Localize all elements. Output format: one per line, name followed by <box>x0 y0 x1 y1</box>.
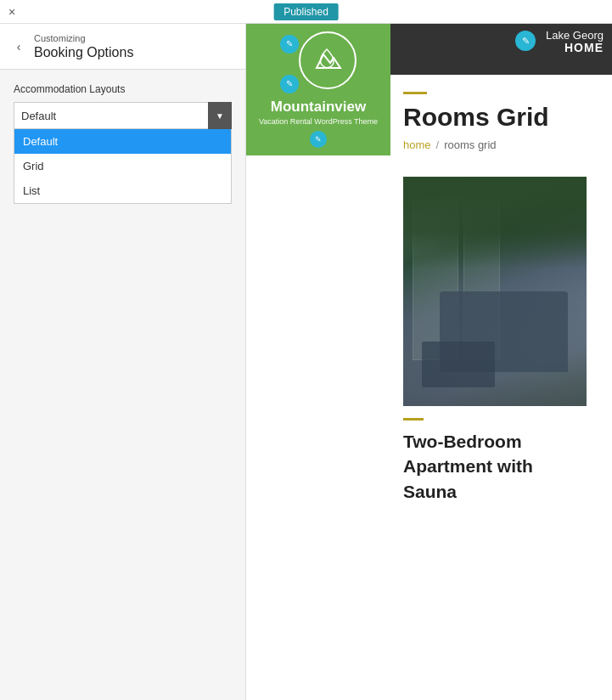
logo-edit-icon-3[interactable]: ✎ <box>310 131 327 148</box>
dropdown-option-list[interactable]: List <box>14 178 231 203</box>
accommodation-layouts-label: Accommodation Layouts <box>14 83 232 95</box>
room-title: Two-Bedroom Apartment with Sauna <box>403 429 587 504</box>
page-title: Rooms Grid <box>403 103 587 132</box>
dropdown-option-default[interactable]: Default <box>14 129 231 154</box>
top-bar-left: × <box>0 0 24 24</box>
back-icon: ‹ <box>17 40 21 54</box>
logo-edit-area: ✎ <box>310 131 327 148</box>
room-card-info: Two-Bedroom Apartment with Sauna <box>403 418 587 504</box>
logo-name: Mountainview <box>271 99 366 116</box>
layout-select[interactable]: Default <box>14 102 232 129</box>
main-layout: ‹ Customizing Booking Options Accommodat… <box>0 24 612 700</box>
panel-header: ‹ Customizing Booking Options <box>0 24 245 70</box>
room-title-decoration <box>403 418 424 421</box>
logo-edit-icon-1[interactable]: ✎ <box>280 35 299 54</box>
lake-text: Lake Georg <box>546 29 604 42</box>
coffee-table <box>422 342 495 387</box>
close-icon: × <box>8 5 15 19</box>
logo-circle <box>299 31 357 89</box>
nav-home[interactable]: HOME <box>564 41 604 54</box>
section-title: Booking Options <box>34 45 232 60</box>
select-value: Default <box>21 110 56 122</box>
back-button[interactable]: ‹ <box>10 38 27 55</box>
nav-edit-icon[interactable]: ✎ <box>515 31 536 51</box>
forest-bg <box>403 177 587 268</box>
top-bar: × Published <box>0 0 612 24</box>
logo-box: ✎ ✎ Mountainview Vacation Rental WordPre… <box>246 24 390 155</box>
breadcrumb-separator: / <box>436 138 440 151</box>
customizing-label: Customizing <box>34 32 232 45</box>
breadcrumb: home / rooms grid <box>403 138 587 151</box>
right-panel: Lake Georg ✎ HOME ✎ <box>246 24 612 700</box>
rooms-title-section: Rooms Grid home / rooms grid <box>403 92 587 151</box>
select-arrow-icon[interactable]: ▼ <box>208 102 232 129</box>
content-wrapper: ✎ ✎ Mountainview Vacation Rental WordPre… <box>246 75 612 529</box>
title-decoration <box>403 92 427 94</box>
panel-content: Accommodation Layouts Default ▼ Default … <box>0 70 245 700</box>
close-button[interactable]: × <box>0 0 24 24</box>
published-badge: Published <box>273 3 339 20</box>
room-image <box>403 177 587 406</box>
dropdown-option-grid[interactable]: Grid <box>14 154 231 178</box>
logo-tagline: Vacation Rental WordPress Theme <box>259 117 378 127</box>
left-panel: ‹ Customizing Booking Options Accommodat… <box>0 24 246 700</box>
dropdown-list: Default Grid List <box>14 129 232 204</box>
logo-edit-icon-2[interactable]: ✎ <box>280 75 299 93</box>
breadcrumb-home[interactable]: home <box>403 138 431 151</box>
breadcrumb-current: rooms grid <box>444 138 496 151</box>
logo-svg <box>310 42 345 78</box>
room-card: Two-Bedroom Apartment with Sauna <box>403 177 587 504</box>
logo-icon-area: ✎ ✎ <box>280 31 357 95</box>
layout-select-wrapper: Default ▼ Default Grid List <box>14 102 232 204</box>
